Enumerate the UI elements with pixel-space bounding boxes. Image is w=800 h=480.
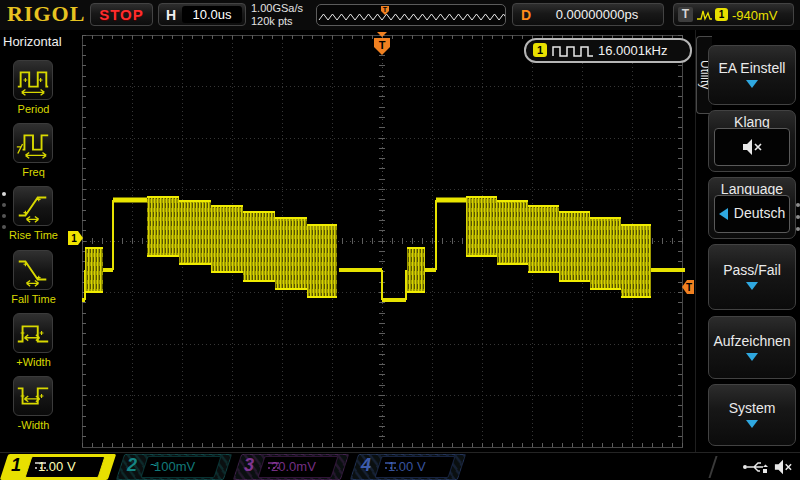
run-stop-indicator[interactable]: STOP: [90, 3, 153, 26]
square-wave-icon: [552, 44, 594, 58]
chevron-down-icon: [746, 282, 758, 290]
trigger-level-value: -940mV: [732, 8, 778, 23]
channel1-status[interactable]: 1 1.00 V: [4, 454, 112, 480]
period-icon: [14, 61, 52, 99]
menu-item-aufzeichnen[interactable]: Aufzeichnen: [708, 316, 796, 379]
left-measure-menu: Horizontal Period Freq Rise Tim: [0, 30, 68, 452]
plus-width-icon: [14, 314, 52, 352]
menu-item-system[interactable]: System: [708, 384, 796, 446]
usb-icon[interactable]: [742, 458, 768, 476]
measure-item-plus-width[interactable]: +Width: [0, 313, 67, 375]
trigger-edge-icon: [696, 8, 713, 22]
timebase-value: 10.0us: [182, 6, 242, 23]
trigger-source-badge: 1: [715, 8, 728, 21]
svg-text:T: T: [379, 39, 386, 51]
freq-icon: [14, 124, 52, 162]
channel2-status[interactable]: 2 ~ 100mV: [120, 454, 228, 480]
measure-item-minus-width[interactable]: -Width: [0, 376, 67, 438]
fall-time-icon: [14, 251, 52, 289]
measure-item-period[interactable]: Period: [0, 60, 67, 122]
speaker-muted-icon[interactable]: [772, 458, 794, 476]
rise-time-icon: [14, 187, 52, 225]
oscilloscope-screen: RIGOL STOP H 10.0us 1.00GSa/s 120k pts T…: [0, 0, 800, 480]
preview-wave: [319, 14, 505, 20]
channel4-status[interactable]: 4 1.00 V: [354, 454, 462, 480]
horizontal-timebase-panel[interactable]: H 10.0us: [158, 3, 246, 26]
status-bar: RIGOL STOP H 10.0us 1.00GSa/s 120k pts T…: [0, 0, 800, 31]
trigger-level-marker[interactable]: T: [682, 280, 694, 294]
memory-depth: 120k pts: [251, 15, 303, 28]
delay-label: D: [521, 7, 531, 23]
chevron-down-icon: [746, 80, 758, 88]
chevron-down-icon: [746, 353, 758, 361]
channel1-waveform: [82, 197, 685, 300]
speaker-muted-icon: [740, 137, 764, 157]
acquisition-info: 1.00GSa/s 120k pts: [251, 2, 303, 28]
chevron-down-icon: [746, 420, 758, 428]
trigger-panel[interactable]: T 1 -940mV: [673, 3, 794, 26]
preview-trigger-marker[interactable]: T: [379, 5, 391, 16]
menu-item-language[interactable]: Language Deutsch: [708, 177, 796, 239]
trigger-label: T: [678, 7, 693, 22]
measure-item-fall-time[interactable]: Fall Time: [0, 250, 67, 312]
sample-rate: 1.00GSa/s: [251, 2, 303, 15]
status-divider: [708, 456, 717, 478]
measure-item-rise-time[interactable]: Rise Time: [0, 186, 67, 248]
channel1-ground-marker[interactable]: 1: [68, 231, 83, 245]
svg-text:1: 1: [71, 233, 77, 244]
counter-value: 16.0001kHz: [598, 43, 667, 58]
channel3-status[interactable]: 3 20.0mV: [237, 454, 345, 480]
svg-text:T: T: [686, 282, 692, 293]
language-value-box: Deutsch: [714, 195, 790, 233]
delay-value: 0.00000000ps: [535, 7, 659, 22]
menu-item-ea-einstell[interactable]: EA Einstell: [708, 45, 796, 105]
chevron-left-icon: [719, 208, 728, 220]
measure-item-freq[interactable]: Freq: [0, 123, 67, 185]
utility-menu: Utility EA Einstell Klang Language Deuts…: [695, 30, 800, 452]
timebase-label: H: [166, 7, 176, 23]
svg-text:T: T: [383, 6, 388, 13]
left-menu-title: Horizontal: [3, 34, 62, 49]
menu-item-pass-fail[interactable]: Pass/Fail: [708, 244, 796, 310]
frequency-counter: 1 16.0001kHz: [524, 38, 692, 63]
menu-item-klang[interactable]: Klang: [708, 110, 796, 172]
rigol-logo: RIGOL: [7, 1, 85, 27]
waveform-preview[interactable]: T: [316, 4, 506, 26]
counter-source-badge: 1: [533, 43, 547, 57]
delay-panel[interactable]: D 0.00000000ps: [512, 3, 664, 26]
waveform-display-area[interactable]: 1 T T 1 16.0001kHz: [67, 30, 695, 452]
minus-width-icon: [14, 377, 52, 415]
sound-setting-box: [714, 128, 790, 166]
channel-status-bar: 1 1.00 V 2 ~ 100mV 3 20.0mV 4 1.00 V: [0, 452, 800, 480]
